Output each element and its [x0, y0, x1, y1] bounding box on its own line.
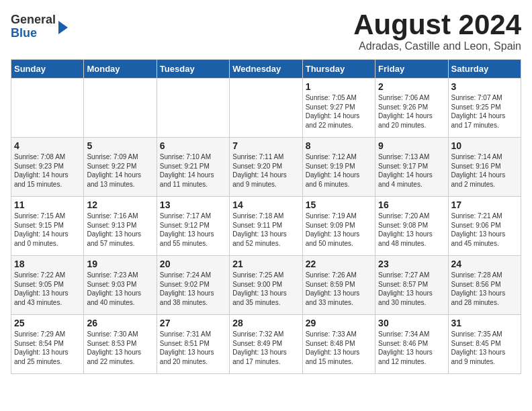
calendar-cell	[84, 79, 157, 138]
calendar-cell: 10Sunrise: 7:14 AM Sunset: 9:16 PM Dayli…	[448, 138, 521, 197]
cell-content: Sunrise: 7:13 AM Sunset: 9:17 PM Dayligh…	[378, 152, 445, 189]
calendar-cell: 21Sunrise: 7:25 AM Sunset: 9:00 PM Dayli…	[230, 256, 302, 315]
cell-content: Sunrise: 7:22 AM Sunset: 9:05 PM Dayligh…	[14, 271, 81, 307]
logo: General Blue	[11, 13, 68, 40]
calendar-week-2: 4Sunrise: 7:08 AM Sunset: 9:23 PM Daylig…	[11, 138, 521, 197]
day-number: 14	[232, 199, 299, 210]
cell-content: Sunrise: 7:33 AM Sunset: 8:48 PM Dayligh…	[306, 330, 372, 366]
cell-content: Sunrise: 7:10 AM Sunset: 9:21 PM Dayligh…	[160, 152, 226, 189]
cell-content: Sunrise: 7:30 AM Sunset: 8:53 PM Dayligh…	[87, 330, 153, 366]
cell-content: Sunrise: 7:34 AM Sunset: 8:46 PM Dayligh…	[378, 330, 445, 366]
day-number: 10	[451, 140, 518, 151]
calendar-cell: 30Sunrise: 7:34 AM Sunset: 8:46 PM Dayli…	[375, 315, 448, 374]
cell-content: Sunrise: 7:17 AM Sunset: 9:12 PM Dayligh…	[160, 212, 226, 248]
day-number: 31	[451, 318, 518, 328]
day-number: 30	[378, 318, 445, 328]
calendar-cell	[230, 79, 302, 138]
cell-content: Sunrise: 7:05 AM Sunset: 9:27 PM Dayligh…	[306, 93, 372, 130]
cell-content: Sunrise: 7:31 AM Sunset: 8:51 PM Dayligh…	[160, 330, 226, 366]
calendar-cell: 17Sunrise: 7:21 AM Sunset: 9:06 PM Dayli…	[448, 197, 521, 256]
day-number: 13	[160, 199, 226, 210]
calendar-cell: 20Sunrise: 7:24 AM Sunset: 9:02 PM Dayli…	[157, 256, 229, 315]
day-header-friday: Friday	[375, 60, 448, 79]
day-number: 22	[306, 259, 372, 269]
calendar-cell: 3Sunrise: 7:07 AM Sunset: 9:25 PM Daylig…	[448, 79, 521, 138]
calendar-cell: 13Sunrise: 7:17 AM Sunset: 9:12 PM Dayli…	[157, 197, 229, 256]
day-number: 8	[306, 140, 372, 151]
calendar-cell: 11Sunrise: 7:15 AM Sunset: 9:15 PM Dayli…	[11, 197, 84, 256]
calendar-cell	[11, 79, 84, 138]
cell-content: Sunrise: 7:19 AM Sunset: 9:09 PM Dayligh…	[306, 212, 372, 248]
calendar-cell: 9Sunrise: 7:13 AM Sunset: 9:17 PM Daylig…	[375, 138, 448, 197]
day-number: 2	[378, 81, 445, 92]
calendar-header-row: SundayMondayTuesdayWednesdayThursdayFrid…	[11, 60, 521, 79]
calendar-cell: 27Sunrise: 7:31 AM Sunset: 8:51 PM Dayli…	[157, 315, 229, 374]
day-number: 27	[160, 318, 226, 328]
calendar-cell: 6Sunrise: 7:10 AM Sunset: 9:21 PM Daylig…	[157, 138, 229, 197]
day-number: 16	[378, 199, 445, 210]
day-number: 7	[232, 140, 299, 151]
cell-content: Sunrise: 7:16 AM Sunset: 9:13 PM Dayligh…	[87, 212, 153, 248]
calendar-cell: 4Sunrise: 7:08 AM Sunset: 9:23 PM Daylig…	[11, 138, 84, 197]
cell-content: Sunrise: 7:14 AM Sunset: 9:16 PM Dayligh…	[451, 152, 518, 189]
month-title: August 2024	[353, 11, 521, 39]
day-number: 29	[306, 318, 372, 328]
day-number: 11	[14, 199, 81, 210]
calendar-week-5: 25Sunrise: 7:29 AM Sunset: 8:54 PM Dayli…	[11, 315, 521, 374]
logo-blue: Blue	[11, 27, 56, 40]
day-number: 9	[378, 140, 445, 151]
title-area: August 2024 Adradas, Castille and Leon, …	[353, 11, 521, 52]
cell-content: Sunrise: 7:08 AM Sunset: 9:23 PM Dayligh…	[14, 152, 81, 189]
logo-text: General Blue	[11, 13, 56, 40]
calendar-week-1: 1Sunrise: 7:05 AM Sunset: 9:27 PM Daylig…	[11, 79, 521, 138]
day-number: 21	[232, 259, 299, 269]
logo-general: General	[11, 13, 56, 27]
cell-content: Sunrise: 7:20 AM Sunset: 9:08 PM Dayligh…	[378, 212, 445, 248]
cell-content: Sunrise: 7:27 AM Sunset: 8:57 PM Dayligh…	[378, 271, 445, 307]
calendar-cell: 7Sunrise: 7:11 AM Sunset: 9:20 PM Daylig…	[230, 138, 302, 197]
calendar-cell: 8Sunrise: 7:12 AM Sunset: 9:19 PM Daylig…	[302, 138, 375, 197]
calendar-cell: 24Sunrise: 7:28 AM Sunset: 8:56 PM Dayli…	[448, 256, 521, 315]
cell-content: Sunrise: 7:09 AM Sunset: 9:22 PM Dayligh…	[87, 152, 153, 189]
day-header-wednesday: Wednesday	[230, 60, 302, 79]
calendar-cell: 26Sunrise: 7:30 AM Sunset: 8:53 PM Dayli…	[84, 315, 157, 374]
day-number: 20	[160, 259, 226, 269]
day-number: 6	[160, 140, 226, 151]
calendar-cell: 18Sunrise: 7:22 AM Sunset: 9:05 PM Dayli…	[11, 256, 84, 315]
cell-content: Sunrise: 7:07 AM Sunset: 9:25 PM Dayligh…	[451, 93, 518, 130]
day-number: 3	[451, 81, 518, 92]
calendar-cell: 5Sunrise: 7:09 AM Sunset: 9:22 PM Daylig…	[84, 138, 157, 197]
cell-content: Sunrise: 7:24 AM Sunset: 9:02 PM Dayligh…	[160, 271, 226, 307]
day-header-saturday: Saturday	[448, 60, 521, 79]
calendar-cell: 25Sunrise: 7:29 AM Sunset: 8:54 PM Dayli…	[11, 315, 84, 374]
calendar-cell: 2Sunrise: 7:06 AM Sunset: 9:26 PM Daylig…	[375, 79, 448, 138]
cell-content: Sunrise: 7:26 AM Sunset: 8:59 PM Dayligh…	[306, 271, 372, 307]
cell-content: Sunrise: 7:12 AM Sunset: 9:19 PM Dayligh…	[306, 152, 372, 189]
day-header-tuesday: Tuesday	[157, 60, 229, 79]
cell-content: Sunrise: 7:29 AM Sunset: 8:54 PM Dayligh…	[14, 330, 81, 366]
calendar-cell: 12Sunrise: 7:16 AM Sunset: 9:13 PM Dayli…	[84, 197, 157, 256]
day-number: 19	[87, 259, 153, 269]
day-number: 17	[451, 199, 518, 210]
calendar-cell: 19Sunrise: 7:23 AM Sunset: 9:03 PM Dayli…	[84, 256, 157, 315]
calendar-cell: 28Sunrise: 7:32 AM Sunset: 8:49 PM Dayli…	[230, 315, 302, 374]
day-number: 23	[378, 259, 445, 269]
calendar-cell: 15Sunrise: 7:19 AM Sunset: 9:09 PM Dayli…	[302, 197, 375, 256]
day-number: 4	[14, 140, 81, 151]
logo-arrow-icon	[58, 21, 68, 34]
calendar-cell: 14Sunrise: 7:18 AM Sunset: 9:11 PM Dayli…	[230, 197, 302, 256]
calendar-cell: 1Sunrise: 7:05 AM Sunset: 9:27 PM Daylig…	[302, 79, 375, 138]
cell-content: Sunrise: 7:25 AM Sunset: 9:00 PM Dayligh…	[232, 271, 299, 307]
calendar-cell	[157, 79, 229, 138]
cell-content: Sunrise: 7:28 AM Sunset: 8:56 PM Dayligh…	[451, 271, 518, 307]
day-header-sunday: Sunday	[11, 60, 84, 79]
calendar-table: SundayMondayTuesdayWednesdayThursdayFrid…	[11, 59, 521, 374]
cell-content: Sunrise: 7:18 AM Sunset: 9:11 PM Dayligh…	[232, 212, 299, 248]
day-number: 26	[87, 318, 153, 328]
calendar-week-4: 18Sunrise: 7:22 AM Sunset: 9:05 PM Dayli…	[11, 256, 521, 315]
day-number: 28	[232, 318, 299, 328]
calendar-cell: 23Sunrise: 7:27 AM Sunset: 8:57 PM Dayli…	[375, 256, 448, 315]
day-number: 12	[87, 199, 153, 210]
day-number: 15	[306, 199, 372, 210]
day-header-monday: Monday	[84, 60, 157, 79]
